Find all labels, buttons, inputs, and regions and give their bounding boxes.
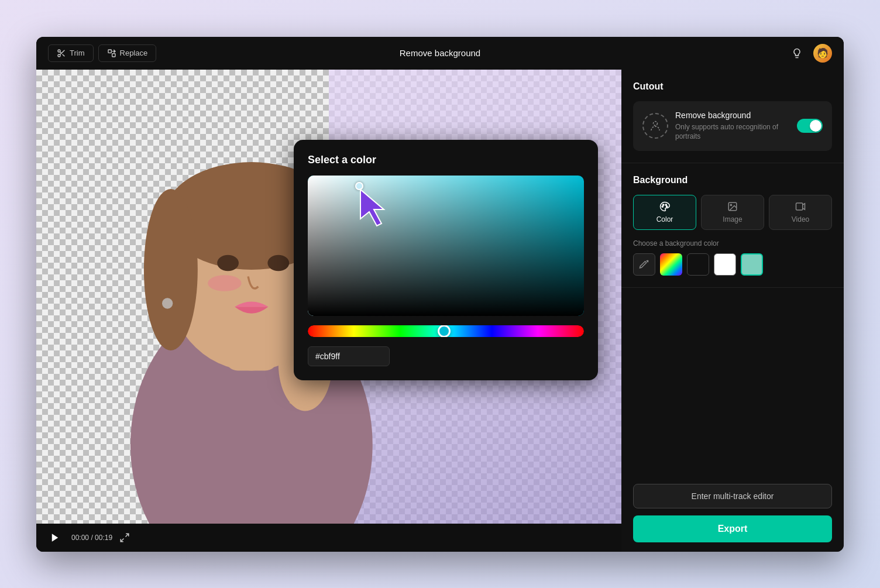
hue-thumb[interactable] (438, 325, 451, 337)
fullscreen-icon (119, 532, 130, 543)
avatar-icon: 🧑 (817, 47, 829, 59)
white-swatch[interactable] (714, 253, 736, 276)
svg-point-30 (665, 204, 666, 205)
trim-button[interactable]: Trim (48, 44, 94, 62)
background-section: Background Color (621, 163, 844, 288)
color-tab-icon (659, 201, 670, 212)
main-body: LOVE Select a color (36, 70, 844, 552)
multitrack-editor-button[interactable]: Enter multi-track editor (633, 484, 832, 508)
svg-point-28 (662, 206, 663, 207)
svg-point-15 (208, 275, 241, 291)
toggle-knob (810, 120, 821, 132)
svg-point-14 (267, 255, 289, 271)
svg-line-3 (63, 54, 65, 56)
cutout-text-area: Remove background Only supports auto rec… (675, 111, 790, 142)
multitrack-btn-label: Enter multi-track editor (692, 491, 774, 501)
svg-point-1 (58, 54, 60, 57)
tab-video[interactable]: Video (769, 195, 832, 230)
play-button[interactable] (46, 528, 64, 547)
header-bar: Trim Replace Remove background 🧑 (36, 37, 844, 70)
svg-marker-24 (52, 534, 59, 542)
cutout-card-desc: Only supports auto recognition of portra… (675, 122, 790, 142)
svg-point-33 (730, 204, 731, 205)
svg-marker-23 (360, 190, 384, 226)
image-tab-icon (727, 201, 738, 212)
panel-bottom-actions: Enter multi-track editor Export (621, 474, 844, 552)
color-picker-popup: Select a color (294, 140, 598, 380)
video-canvas: LOVE Select a color (36, 70, 621, 524)
person-cutout-icon (648, 119, 662, 133)
cutout-card: Remove background Only supports auto rec… (633, 101, 832, 152)
picker-title: Select a color (308, 154, 584, 166)
panel-spacer (621, 288, 844, 474)
svg-line-4 (60, 51, 61, 53)
hue-slider[interactable] (308, 325, 584, 337)
replace-icon (107, 49, 116, 58)
svg-point-29 (663, 204, 664, 205)
background-type-tabs: Color Image (633, 195, 832, 230)
svg-point-11 (144, 189, 198, 350)
scissors-icon (57, 49, 66, 58)
video-controls-bar: 00:00 / 00:19 (36, 524, 621, 552)
black-swatch[interactable] (687, 253, 709, 276)
svg-point-13 (217, 255, 239, 271)
svg-line-26 (121, 538, 123, 541)
color-gradient-area[interactable] (308, 176, 584, 316)
tab-color[interactable]: Color (633, 195, 696, 230)
svg-point-35 (647, 260, 648, 262)
eyedropper-swatch[interactable] (633, 253, 655, 276)
app-window: Trim Replace Remove background 🧑 (36, 37, 844, 552)
tab-image[interactable]: Image (701, 195, 764, 230)
color-swatches-row (633, 253, 832, 276)
svg-point-0 (58, 50, 60, 52)
eyedropper-icon (639, 259, 649, 270)
right-panel: Cutout Remove background Only supports a… (621, 70, 844, 552)
lightbulb-icon (791, 47, 803, 59)
user-avatar[interactable]: 🧑 (813, 44, 832, 63)
svg-line-25 (126, 534, 129, 537)
hex-input-row (308, 346, 584, 366)
remove-bg-toggle[interactable] (797, 119, 823, 133)
bg-color-label: Choose a background color (633, 239, 832, 247)
color-tab-label: Color (656, 215, 673, 223)
video-area: LOVE Select a color (36, 70, 621, 552)
export-button[interactable]: Export (633, 515, 832, 542)
video-tab-label: Video (792, 215, 809, 223)
svg-rect-34 (796, 203, 803, 210)
header-right-actions: 🧑 (788, 44, 832, 63)
cutout-section-title: Cutout (633, 81, 832, 92)
window-title: Remove background (400, 48, 480, 58)
svg-point-16 (162, 298, 173, 308)
cutout-card-title: Remove background (675, 111, 790, 120)
svg-rect-5 (108, 50, 111, 53)
current-time: 00:00 (71, 534, 89, 542)
replace-button[interactable]: Replace (98, 44, 157, 62)
replace-label: Replace (120, 49, 148, 57)
total-time: 00:19 (95, 534, 112, 542)
image-tab-label: Image (723, 215, 742, 223)
fullscreen-button[interactable] (119, 532, 130, 543)
teal-swatch[interactable] (741, 253, 763, 276)
svg-point-27 (654, 122, 658, 126)
hex-input[interactable] (308, 346, 390, 366)
play-icon (50, 532, 60, 543)
rainbow-swatch[interactable] (660, 253, 682, 276)
svg-rect-6 (112, 53, 115, 56)
svg-point-31 (666, 206, 668, 207)
cutout-icon (642, 113, 668, 139)
video-tab-icon (795, 201, 806, 212)
time-display: 00:00 / 00:19 (71, 534, 112, 542)
background-section-title: Background (633, 175, 832, 185)
trim-label: Trim (70, 49, 85, 57)
cutout-section: Cutout Remove background Only supports a… (621, 70, 844, 164)
export-btn-label: Export (718, 524, 748, 534)
mouse-cursor-arrow (349, 184, 396, 231)
lightbulb-button[interactable] (788, 44, 806, 63)
toolbar-left: Trim Replace (48, 44, 156, 62)
